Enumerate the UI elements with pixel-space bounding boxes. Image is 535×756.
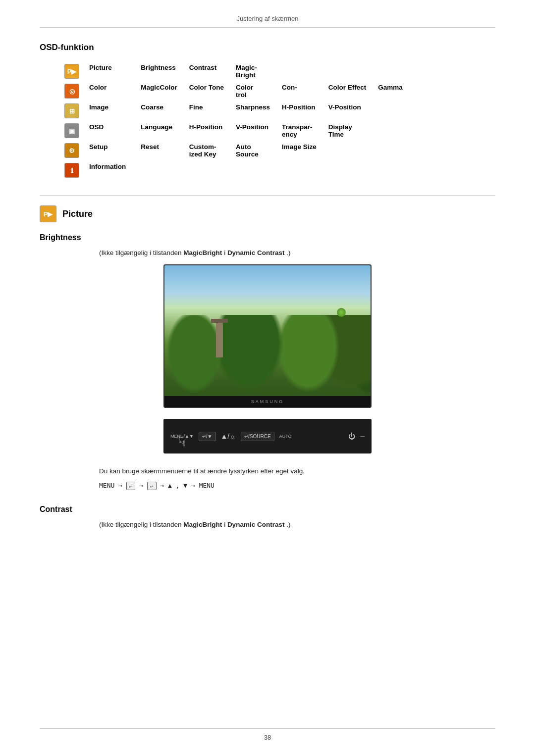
sub-h-position-img: H-Position [277, 101, 323, 121]
hand-cursor-icon: ☟ [178, 434, 186, 450]
sub-v-position-img: V-Position [323, 101, 374, 121]
sub-color-ctrl: Colortrol [231, 81, 277, 101]
header-title: Justering af skærmen [237, 15, 299, 22]
monitor-bottom-bar: SAMSUNG [164, 396, 371, 407]
ctrl-arrow-up: ▲/☼ [221, 432, 236, 440]
picture-section-icon: P▶ [40, 205, 56, 222]
sub-v-position-osd: V-Position [231, 121, 277, 141]
table-row: ▣ OSD Language H-Position V-Position Tra… [59, 121, 410, 141]
monitor-image-wrapper: SAMSUNG [40, 264, 495, 408]
divider [40, 195, 495, 196]
ctrl-auto-label: AUTO [279, 434, 292, 439]
menu-label-osd: OSD [84, 121, 136, 141]
pagoda [216, 323, 223, 357]
page-number: 38 [264, 734, 271, 741]
note-text-before: (Ikke tilgængelig i tilstanden [99, 249, 183, 256]
table-row: ℹ Information [59, 160, 410, 180]
nav-box-2: ↵ [147, 482, 157, 490]
menu-label-setup: Setup [84, 141, 136, 160]
page-footer: 38 [40, 728, 495, 741]
contrast-note-bold1: MagicBright [183, 521, 222, 528]
brightness-note: (Ikke tilgængelig i tilstanden MagicBrig… [99, 249, 495, 256]
sub-coarse: Coarse [136, 101, 184, 121]
sub-gamma: Gamma [373, 81, 410, 101]
table-row: ◎ Color MagicColor Color Tone Colortrol … [59, 81, 410, 101]
sub-customized-key: Custom-ized Key [184, 141, 231, 160]
sub-reset: Reset [136, 141, 184, 160]
menu-label-color: Color [84, 81, 136, 101]
nav-up-down: ▲ , ▼ [168, 482, 187, 489]
control-bar: MENU/▲▼ ↵/▼ ▲/☼ ↵/SOURCE AUTO ⏻ — ☟ [163, 419, 372, 454]
sub-brightness: Brightness [136, 61, 184, 81]
contrast-note-bold2: Dynamic Contrast [227, 521, 285, 528]
table-row: P▶ Picture Brightness Contrast Magic-Bri… [59, 61, 410, 81]
sub-language: Language [136, 121, 184, 141]
samsung-logo: SAMSUNG [251, 399, 284, 404]
ctrl-btn-1: ↵/▼ [199, 432, 216, 441]
sub-color-effect: Color Effect [323, 81, 374, 101]
nav-menu-end: MENU [199, 482, 214, 489]
decorative-circle [337, 308, 346, 317]
contrast-note-before: (Ikke tilgængelig i tilstanden [99, 521, 183, 528]
nav-arrow-1: → [118, 482, 126, 489]
info-icon: ℹ [64, 163, 79, 178]
page-header: Justering af skærmen [40, 15, 495, 28]
menu-navigation: MENU → ↵ → ↵ → ▲ , ▼ → MENU [99, 482, 495, 490]
image-icon: ⊞ [64, 103, 79, 118]
sub-sharpness: Sharpness [231, 101, 277, 121]
sub-h-position-osd: H-Position [184, 121, 231, 141]
ctrl-btn-2: ↵/SOURCE [241, 432, 274, 441]
monitor-screen: SAMSUNG [163, 264, 372, 408]
sub-fine: Fine [184, 101, 231, 121]
sub-magiccolor: MagicColor [136, 81, 184, 101]
contrast-note: (Ikke tilgængelig i tilstanden MagicBrig… [99, 521, 495, 528]
control-bar-wrapper: MENU/▲▼ ↵/▼ ▲/☼ ↵/SOURCE AUTO ⏻ — ☟ [40, 419, 495, 454]
osd-table: P▶ Picture Brightness Contrast Magic-Bri… [59, 61, 410, 180]
ctrl-power-btn: ⏻ [348, 432, 355, 440]
osd-icon: ▣ [64, 123, 79, 138]
nav-arrow-4: → [191, 482, 199, 489]
contrast-note-end: .) [286, 521, 290, 528]
osd-section-title: OSD-funktion [40, 43, 495, 52]
setup-icon: ⚙ [64, 143, 79, 158]
note-bold1: MagicBright [183, 249, 222, 256]
picture-heading: P▶ Picture [40, 205, 495, 222]
picture-icon: P▶ [64, 64, 79, 79]
note-bold2: Dynamic Contrast [227, 249, 285, 256]
menu-label-picture: Picture [84, 61, 136, 81]
monitor-scene [164, 265, 371, 407]
note-text-end: .) [286, 249, 290, 256]
nav-arrow-2: → [139, 482, 147, 489]
color-icon: ◎ [64, 84, 79, 99]
sub-con: Con- [277, 81, 323, 101]
nav-arrow-3: → [160, 482, 168, 489]
ctrl-dash: — [360, 434, 365, 439]
nav-menu: MENU [99, 482, 114, 489]
sub-magic-bright: Magic-Bright [231, 61, 277, 81]
brightness-heading: Brightness [40, 233, 495, 242]
osd-section: OSD-funktion P▶ Picture Brightness Contr… [40, 43, 495, 180]
picture-section: P▶ Picture Brightness (Ikke tilgængelig … [40, 205, 495, 490]
contrast-note-mid: i [224, 521, 227, 528]
nav-box-1: ↵ [126, 482, 136, 490]
sub-contrast: Contrast [184, 61, 231, 81]
picture-section-title: Picture [62, 209, 93, 219]
note-text-mid: i [224, 249, 227, 256]
sub-color-tone: Color Tone [184, 81, 231, 101]
table-row: ⊞ Image Coarse Fine Sharpness H-Position… [59, 101, 410, 121]
sub-auto-source: AutoSource [231, 141, 277, 160]
contrast-heading: Contrast [40, 505, 495, 514]
sub-display-time: DisplayTime [323, 121, 374, 141]
table-row: ⚙ Setup Reset Custom-ized Key AutoSource… [59, 141, 410, 160]
menu-label-information: Information [84, 160, 136, 180]
sub-image-size: Image Size [277, 141, 323, 160]
sub-transparency: Transpar-ency [277, 121, 323, 141]
contrast-section: Contrast (Ikke tilgængelig i tilstanden … [40, 505, 495, 528]
brightness-description: Du kan bruge skærmmenuerne til at ændre … [99, 467, 495, 475]
menu-label-image: Image [84, 101, 136, 121]
